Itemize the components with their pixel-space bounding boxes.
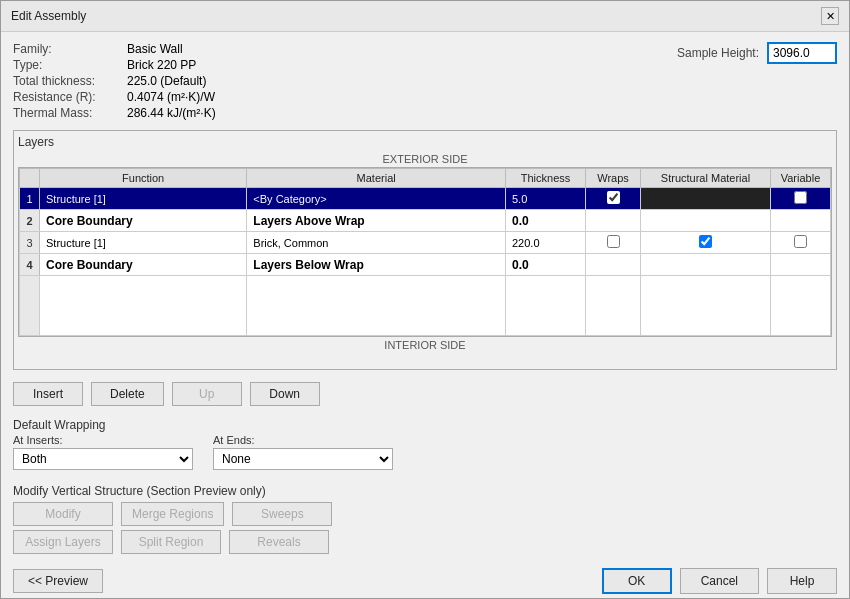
thermal-mass-value: 286.44 kJ/(m²·K) <box>127 106 216 120</box>
preview-button[interactable]: << Preview <box>13 569 103 593</box>
row-variable <box>771 232 831 254</box>
thermal-mass-row: Thermal Mass: 286.44 kJ/(m²·K) <box>13 106 216 120</box>
row-structural <box>641 188 771 210</box>
row-function: Core Boundary <box>40 210 247 232</box>
up-button[interactable]: Up <box>172 382 242 406</box>
total-thickness-value: 225.0 (Default) <box>127 74 206 88</box>
assign-layers-button[interactable]: Assign Layers <box>13 530 113 554</box>
exterior-label: EXTERIOR SIDE <box>18 153 832 165</box>
row-num: 1 <box>20 188 40 210</box>
row-num: 2 <box>20 210 40 232</box>
col-variable: Variable <box>771 169 831 188</box>
row-structural <box>641 232 771 254</box>
delete-button[interactable]: Delete <box>91 382 164 406</box>
row-material: Brick, Common <box>247 232 506 254</box>
layers-table: Function Material Thickness Wraps Struct… <box>19 168 831 336</box>
row-thickness: 5.0 <box>506 188 586 210</box>
down-button[interactable]: Down <box>250 382 320 406</box>
row-function: Structure [1] <box>40 188 247 210</box>
reveals-button[interactable]: Reveals <box>229 530 329 554</box>
table-buttons-row: Insert Delete Up Down <box>13 382 837 406</box>
resistance-row: Resistance (R): 0.4074 (m²·K)/W <box>13 90 216 104</box>
table-row[interactable]: 2 Core Boundary Layers Above Wrap 0.0 <box>20 210 831 232</box>
close-button[interactable]: ✕ <box>821 7 839 25</box>
modify-buttons-row2: Assign Layers Split Region Reveals <box>13 530 837 554</box>
type-label: Type: <box>13 58 123 72</box>
table-header-row: Function Material Thickness Wraps Struct… <box>20 169 831 188</box>
total-thickness-label: Total thickness: <box>13 74 123 88</box>
row-wraps <box>586 232 641 254</box>
cancel-button[interactable]: Cancel <box>680 568 759 594</box>
row-variable <box>771 188 831 210</box>
resistance-label: Resistance (R): <box>13 90 123 104</box>
insert-button[interactable]: Insert <box>13 382 83 406</box>
bottom-buttons: OK Cancel Help <box>602 568 837 594</box>
sweeps-button[interactable]: Sweeps <box>232 502 332 526</box>
footer-row: << Preview OK Cancel Help <box>1 564 849 598</box>
spacer-row <box>20 276 831 336</box>
family-value: Basic Wall <box>127 42 183 56</box>
default-wrapping-label: Default Wrapping <box>13 418 837 432</box>
modify-label: Modify Vertical Structure (Section Previ… <box>13 484 837 498</box>
default-wrapping-section: Default Wrapping At Inserts: None Exteri… <box>13 412 837 470</box>
info-section: Family: Basic Wall Type: Brick 220 PP To… <box>13 42 216 120</box>
row-thickness: 0.0 <box>506 210 586 232</box>
col-material: Material <box>247 169 506 188</box>
layers-group: Layers EXTERIOR SIDE Function Material T… <box>13 130 837 370</box>
layers-table-container: Function Material Thickness Wraps Struct… <box>18 167 832 337</box>
merge-regions-button[interactable]: Merge Regions <box>121 502 224 526</box>
row-material: <By Category> <box>247 188 506 210</box>
row-num: 3 <box>20 232 40 254</box>
row-wraps <box>586 254 641 276</box>
col-thickness: Thickness <box>506 169 586 188</box>
layers-label: Layers <box>18 135 832 149</box>
sample-height-input[interactable] <box>767 42 837 64</box>
split-region-button[interactable]: Split Region <box>121 530 221 554</box>
row-wraps <box>586 188 641 210</box>
at-ends-label: At Ends: <box>213 434 393 446</box>
col-function: Function <box>40 169 247 188</box>
at-inserts-group: At Inserts: None Exterior Interior Both <box>13 434 193 470</box>
table-row[interactable]: 3 Structure [1] Brick, Common 220.0 <box>20 232 831 254</box>
row-num: 4 <box>20 254 40 276</box>
interior-label: INTERIOR SIDE <box>18 339 832 351</box>
dialog-content: Family: Basic Wall Type: Brick 220 PP To… <box>1 32 849 564</box>
modify-buttons-group: Modify Merge Regions Sweeps <box>13 502 837 526</box>
at-ends-select[interactable]: None Exterior Interior Both <box>213 448 393 470</box>
dialog-title: Edit Assembly <box>11 9 86 23</box>
col-wraps: Wraps <box>586 169 641 188</box>
help-button[interactable]: Help <box>767 568 837 594</box>
resistance-value: 0.4074 (m²·K)/W <box>127 90 215 104</box>
row-material: Layers Below Wrap <box>247 254 506 276</box>
top-area: Family: Basic Wall Type: Brick 220 PP To… <box>13 42 837 120</box>
modify-section: Modify Vertical Structure (Section Previ… <box>13 484 837 554</box>
row-structural <box>641 210 771 232</box>
at-inserts-select[interactable]: None Exterior Interior Both <box>13 448 193 470</box>
col-num <box>20 169 40 188</box>
table-row[interactable]: 1 Structure [1] <By Category> 5.0 <box>20 188 831 210</box>
col-structural: Structural Material <box>641 169 771 188</box>
row-function: Structure [1] <box>40 232 247 254</box>
modify-button[interactable]: Modify <box>13 502 113 526</box>
row-material: Layers Above Wrap <box>247 210 506 232</box>
row-thickness: 220.0 <box>506 232 586 254</box>
title-bar: Edit Assembly ✕ <box>1 1 849 32</box>
row-thickness: 0.0 <box>506 254 586 276</box>
row-function: Core Boundary <box>40 254 247 276</box>
family-row: Family: Basic Wall <box>13 42 216 56</box>
type-value: Brick 220 PP <box>127 58 196 72</box>
ok-button[interactable]: OK <box>602 568 672 594</box>
row-variable <box>771 254 831 276</box>
sample-height-section: Sample Height: <box>677 42 837 64</box>
wrapping-selects: At Inserts: None Exterior Interior Both … <box>13 434 837 470</box>
row-wraps <box>586 210 641 232</box>
edit-assembly-dialog: Edit Assembly ✕ Family: Basic Wall Type:… <box>0 0 850 599</box>
row-variable <box>771 210 831 232</box>
at-inserts-label: At Inserts: <box>13 434 193 446</box>
at-ends-group: At Ends: None Exterior Interior Both <box>213 434 393 470</box>
type-row: Type: Brick 220 PP <box>13 58 216 72</box>
total-thickness-row: Total thickness: 225.0 (Default) <box>13 74 216 88</box>
family-label: Family: <box>13 42 123 56</box>
table-row[interactable]: 4 Core Boundary Layers Below Wrap 0.0 <box>20 254 831 276</box>
sample-height-label: Sample Height: <box>677 46 759 60</box>
